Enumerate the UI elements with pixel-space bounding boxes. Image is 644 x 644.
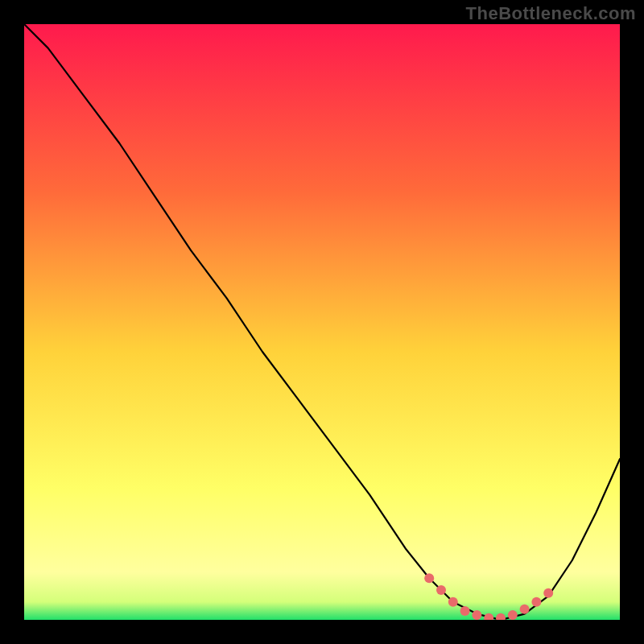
optimal-marker — [520, 605, 530, 614]
optimal-marker — [460, 606, 470, 616]
watermark-text: TheBottleneck.com — [466, 3, 636, 24]
gradient-background — [24, 24, 620, 620]
optimal-marker — [543, 588, 553, 598]
chart-svg — [24, 24, 620, 620]
optimal-marker — [531, 597, 541, 607]
optimal-marker — [424, 573, 434, 583]
plot-area — [24, 24, 620, 620]
optimal-marker — [436, 585, 446, 595]
optimal-marker — [508, 610, 518, 620]
optimal-marker — [472, 610, 481, 620]
optimal-marker — [448, 597, 458, 607]
chart-frame: TheBottleneck.com — [0, 0, 644, 644]
